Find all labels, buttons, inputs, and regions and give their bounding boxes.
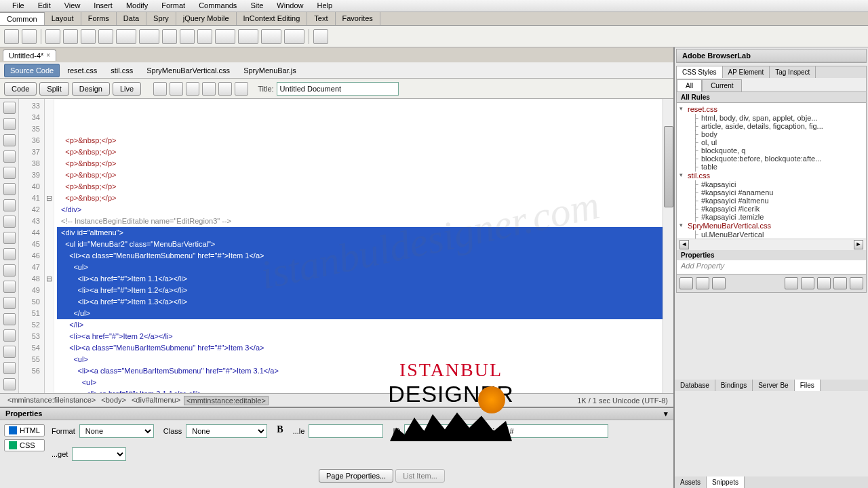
panel-tab[interactable]: Snippets (707, 476, 745, 488)
email-link-icon[interactable] (22, 29, 37, 44)
collapse-icon[interactable] (3, 118, 16, 130)
css-rules-tree[interactable]: reset.csshtml, body, div, span, applet, … (677, 103, 866, 239)
syntax-coloring-icon[interactable] (3, 216, 16, 228)
comment-icon[interactable] (215, 29, 235, 44)
insert-tab-favorites[interactable]: Favorites (336, 12, 380, 25)
menu-view[interactable]: View (58, 0, 87, 12)
images-dropdown-icon[interactable] (116, 29, 136, 44)
css-rule-node[interactable]: table (678, 163, 865, 171)
id-select[interactable]: altmenu (404, 424, 479, 438)
media-dropdown-icon[interactable] (139, 29, 159, 44)
css-file-node[interactable]: stil.css (678, 171, 865, 180)
css-file-node[interactable]: reset.css (678, 104, 865, 114)
insert-tab-forms[interactable]: Forms (81, 12, 117, 25)
document-tab[interactable]: Untitled-4* × (3, 49, 56, 61)
edit-rule-icon[interactable] (817, 277, 831, 289)
related-file[interactable]: stil.css (104, 64, 139, 77)
templates-dropdown-icon[interactable] (284, 29, 304, 44)
panel-tab[interactable]: Files (795, 380, 821, 391)
css-rule-node[interactable]: #kapsayici (678, 180, 865, 188)
scrollbar-thumb[interactable] (664, 126, 673, 207)
css-rule-node[interactable]: #kapsayici #anamenu (678, 188, 865, 197)
panel-tab[interactable]: Assets (675, 476, 707, 488)
related-file[interactable]: Source Code (4, 64, 60, 77)
related-file[interactable]: SpryMenuBarVertical.css (140, 64, 236, 77)
class-select[interactable]: None (186, 424, 267, 438)
menu-file[interactable]: File (5, 0, 31, 12)
menu-site[interactable]: Site (243, 0, 270, 12)
css-rule-node[interactable]: blockquote, q (678, 146, 865, 155)
panel-tab[interactable]: Bindings (715, 380, 753, 391)
css-rule-node[interactable]: ul.MenuBarVertical (678, 230, 865, 239)
vertical-scrollbar[interactable] (663, 99, 673, 393)
tag-crumb[interactable]: <div#altmenu> (130, 396, 182, 405)
insert-div-icon[interactable] (81, 29, 96, 44)
link-input[interactable] (507, 424, 608, 438)
browser-preview-icon[interactable] (170, 82, 183, 96)
tag-selector[interactable]: <mminstance:fileinstance><body><div#altm… (5, 396, 269, 405)
live-view-button[interactable]: Live (113, 82, 141, 96)
set-properties-icon[interactable] (712, 277, 726, 289)
related-file[interactable]: SpryMenuBar.js (237, 64, 302, 77)
insert-tab-text[interactable]: Text (307, 12, 335, 25)
tag-crumb[interactable]: <mmtinstance:editable> (184, 396, 269, 405)
rules-hscroll[interactable]: ◄ ► (677, 239, 866, 250)
hyperlink-icon[interactable] (4, 29, 19, 44)
css-rule-node[interactable]: article, aside, details, figcaption, fig… (678, 122, 865, 130)
scroll-left-icon[interactable]: ◄ (679, 240, 689, 249)
menu-format[interactable]: Format (155, 0, 192, 12)
move-css-icon[interactable] (3, 329, 16, 342)
related-file[interactable]: reset.css (61, 64, 103, 77)
html-mode-button[interactable]: HTML (4, 424, 45, 436)
scroll-right-icon[interactable]: ► (854, 240, 863, 249)
server-include-icon[interactable] (197, 29, 212, 44)
highlight-invalid-icon[interactable] (3, 199, 16, 211)
list-item-button[interactable]: List Item... (395, 469, 445, 483)
title-input[interactable] (309, 424, 383, 438)
head-dropdown-icon[interactable] (238, 29, 258, 44)
properties-header[interactable]: Properties ▾ (0, 408, 673, 420)
balance-braces-icon[interactable] (3, 167, 16, 179)
tag-chooser-icon[interactable] (313, 29, 328, 44)
named-anchor-icon[interactable] (45, 29, 60, 44)
list-view-icon[interactable] (696, 277, 709, 289)
apply-comment-icon[interactable] (3, 264, 16, 277)
css-rule-node[interactable]: html, body, div, span, applet, obje... (678, 114, 865, 122)
remove-comment-icon[interactable] (3, 281, 16, 293)
visual-aids-icon[interactable] (218, 82, 232, 96)
panel-menu-icon[interactable]: ▾ (664, 409, 668, 418)
preview-debug-icon[interactable] (202, 82, 216, 96)
css-rule-node[interactable]: ol, ul (678, 138, 865, 146)
menu-commands[interactable]: Commands (192, 0, 243, 12)
css-tab[interactable]: Tag Inspect (770, 66, 816, 78)
insert-tab-layout[interactable]: Layout (45, 12, 81, 25)
table-icon[interactable] (63, 29, 78, 44)
close-icon[interactable]: × (46, 52, 50, 59)
insert-tab-incontext-editing[interactable]: InContext Editing (237, 12, 308, 25)
tag-crumb[interactable]: <body> (99, 396, 128, 405)
live-code-icon[interactable] (153, 82, 167, 96)
tag-crumb[interactable]: <mminstance:fileinstance> (5, 396, 98, 405)
auto-indent-icon[interactable] (3, 232, 16, 244)
layout-icon[interactable] (98, 29, 113, 44)
format-select[interactable]: None (79, 424, 154, 438)
menu-modify[interactable]: Modify (119, 0, 155, 12)
delete-rule-icon[interactable] (850, 277, 863, 289)
wrap-tag-icon[interactable] (3, 297, 16, 309)
menu-window[interactable]: Window (270, 0, 310, 12)
recent-snippets-icon[interactable] (3, 313, 16, 325)
panel-tab[interactable]: Database (675, 380, 715, 391)
title-input[interactable] (277, 82, 399, 96)
select-parent-icon[interactable] (3, 150, 16, 163)
refresh-icon[interactable] (235, 82, 248, 96)
attach-stylesheet-icon[interactable] (785, 277, 798, 289)
css-rule-node[interactable]: body (678, 130, 865, 138)
css-rule-node[interactable]: blockquote:before, blockquote:afte... (678, 155, 865, 163)
css-mode-button[interactable]: CSS (4, 439, 45, 451)
indent-icon[interactable] (3, 346, 16, 358)
css-rule-node[interactable]: #kapsayici #altmenu (678, 197, 865, 205)
bold-button[interactable]: B (277, 424, 283, 438)
script-dropdown-icon[interactable] (261, 29, 281, 44)
widget-icon[interactable] (162, 29, 177, 44)
css-tab[interactable]: AP Element (723, 66, 770, 78)
